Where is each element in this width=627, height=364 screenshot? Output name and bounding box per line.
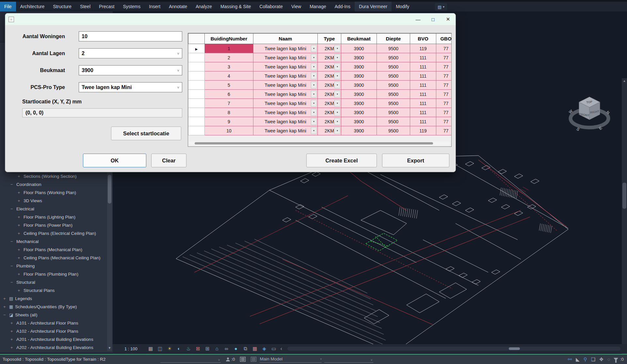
col-diepte[interactable]: Diepte bbox=[377, 34, 410, 44]
tree-expander-icon[interactable]: + bbox=[3, 304, 9, 309]
workset-dialog-icon[interactable] bbox=[251, 357, 256, 362]
cell-dropdown-icon[interactable]: ▾ bbox=[334, 63, 340, 70]
col-buidingnumber[interactable]: BuidingNumber bbox=[205, 34, 253, 44]
menu-tab[interactable]: Insert bbox=[145, 2, 165, 11]
row-selector-cell[interactable] bbox=[188, 99, 205, 108]
tree-expander-icon[interactable]: − bbox=[10, 280, 16, 285]
cell-gbo[interactable]: 77 bbox=[436, 44, 452, 53]
cell-beukmaat[interactable]: 3900 bbox=[341, 53, 377, 62]
cell-buildingnumber[interactable]: 5 bbox=[205, 81, 253, 90]
cell-diepte[interactable]: 9500 bbox=[377, 126, 410, 135]
cell-naam[interactable]: Twee lagen kap Mini▾ bbox=[253, 117, 318, 126]
cell-type[interactable]: 2KM▾ bbox=[318, 53, 341, 62]
menu-tab[interactable]: Precast bbox=[95, 2, 119, 11]
cell-naam[interactable]: Twee lagen kap Mini▾ bbox=[253, 108, 318, 117]
cell-naam[interactable]: Twee lagen kap Mini▾ bbox=[253, 90, 318, 99]
tree-expander-icon[interactable]: + bbox=[18, 247, 24, 252]
cell-dropdown-icon[interactable]: ▾ bbox=[311, 82, 317, 88]
tree-item[interactable]: + Ceiling Plans (Mechanical Ceiling Plan… bbox=[0, 254, 106, 262]
tree-expander-icon[interactable]: + bbox=[18, 231, 24, 236]
cell-bvo[interactable]: 111 bbox=[410, 53, 436, 62]
cell-diepte[interactable]: 9500 bbox=[377, 71, 410, 81]
select-startlocatie-button[interactable]: Select startlocatie bbox=[111, 127, 181, 140]
cell-dropdown-icon[interactable]: ▾ bbox=[311, 72, 317, 79]
menu-tab[interactable]: Steel bbox=[76, 2, 95, 11]
phase-combo[interactable]: ˅ bbox=[324, 356, 373, 363]
tree-item[interactable]: + A202 - Architectural Building Elevatio… bbox=[0, 343, 106, 352]
select-underlay-icon[interactable]: ◣ bbox=[576, 356, 580, 362]
cell-dropdown-icon[interactable]: ▾ bbox=[334, 118, 340, 125]
tree-item[interactable]: − Electrical bbox=[0, 205, 106, 213]
tree-expander-icon[interactable]: + bbox=[18, 288, 24, 293]
cell-bvo[interactable]: 111 bbox=[410, 99, 436, 108]
vertical-scroll-thumb[interactable] bbox=[622, 183, 626, 209]
row-selector-cell[interactable] bbox=[188, 126, 205, 135]
row-selector-cell[interactable] bbox=[188, 81, 205, 90]
cell-gbo[interactable]: 77 bbox=[436, 71, 452, 81]
tree-item[interactable]: + A101 - Architectural Floor Plans bbox=[0, 319, 106, 327]
tree-expander-icon[interactable]: − bbox=[10, 182, 16, 187]
row-selector-cell[interactable] bbox=[188, 62, 205, 71]
cell-dropdown-icon[interactable]: ▾ bbox=[311, 109, 317, 116]
cell-dropdown-icon[interactable]: ▾ bbox=[311, 91, 317, 98]
tree-item[interactable]: + ▤ Legends bbox=[0, 295, 106, 303]
tree-expander-icon[interactable]: + bbox=[18, 272, 24, 277]
cell-dropdown-icon[interactable]: ▾ bbox=[334, 127, 340, 134]
visual-style-icon[interactable]: ◫ bbox=[155, 346, 165, 352]
col-naam[interactable]: Naam bbox=[253, 34, 318, 44]
tree-item[interactable]: + ▦ Schedules/Quantities (By Type) bbox=[0, 303, 106, 311]
menu-tab[interactable]: Architecture bbox=[16, 2, 49, 11]
cell-naam[interactable]: Twee lagen kap Mini▾ bbox=[253, 126, 318, 135]
drag-elements-icon[interactable]: ✥ bbox=[599, 356, 603, 362]
viewport-vertical-scrollbar[interactable]: ▲ ▼ bbox=[622, 78, 627, 358]
create-excel-button[interactable]: Create Excel bbox=[306, 154, 377, 167]
cell-bvo[interactable]: 111 bbox=[410, 81, 436, 90]
row-selector-cell[interactable] bbox=[188, 53, 205, 62]
cell-diepte[interactable]: 9500 bbox=[377, 53, 410, 62]
worksets-icon[interactable] bbox=[240, 357, 246, 362]
editing-requests-icon[interactable] bbox=[225, 357, 231, 362]
cell-dropdown-icon[interactable]: ▾ bbox=[334, 45, 340, 52]
menu-tab[interactable]: Annotate bbox=[165, 2, 191, 11]
cell-bvo[interactable]: 111 bbox=[410, 71, 436, 81]
cell-dropdown-icon[interactable]: ▾ bbox=[311, 118, 317, 125]
pcs-pro-type-select[interactable]: Twee lagen kap Mini ˅ bbox=[79, 82, 182, 92]
tree-item[interactable]: − Structural bbox=[0, 278, 106, 286]
cell-buildingnumber[interactable]: 2 bbox=[205, 53, 253, 62]
cell-gbo[interactable]: 77 bbox=[436, 108, 452, 117]
cell-beukmaat[interactable]: 3900 bbox=[341, 117, 377, 126]
aantal-woningen-input[interactable] bbox=[79, 31, 182, 41]
tree-item[interactable]: + A102 - Architectural Floor Plans bbox=[0, 327, 106, 335]
menu-tab[interactable]: Systems bbox=[119, 2, 145, 11]
col-beukmaat[interactable]: Beukmaat bbox=[341, 34, 377, 44]
cell-gbo[interactable]: 77 bbox=[436, 53, 452, 62]
cell-buildingnumber[interactable]: 7 bbox=[205, 99, 253, 108]
tree-expander-icon[interactable]: + bbox=[10, 345, 16, 350]
viewbar-collapse-icon[interactable]: ‹ bbox=[281, 346, 282, 352]
cell-buildingnumber[interactable]: 3 bbox=[205, 62, 253, 71]
cell-bvo[interactable]: 119 bbox=[410, 126, 436, 135]
cell-gbo[interactable]: 77 bbox=[436, 81, 452, 90]
cell-type[interactable]: 2KM▾ bbox=[318, 108, 341, 117]
cell-dropdown-icon[interactable]: ▾ bbox=[334, 100, 340, 107]
tree-expander-icon[interactable]: + bbox=[3, 296, 9, 301]
menu-tab[interactable]: Collaborate bbox=[255, 2, 287, 11]
cell-buildingnumber[interactable]: 1 bbox=[205, 44, 253, 53]
cell-dropdown-icon[interactable]: ▾ bbox=[311, 54, 317, 61]
row-selector-cell[interactable]: ▶ bbox=[188, 44, 205, 53]
selection-filter-icon[interactable] bbox=[614, 358, 618, 361]
col-bvo[interactable]: BVO bbox=[410, 34, 436, 44]
cell-bvo[interactable]: 111 bbox=[410, 108, 436, 117]
cell-buildingnumber[interactable]: 6 bbox=[205, 90, 253, 99]
tree-item[interactable]: + Floor Plans (Mechanical Plan) bbox=[0, 246, 106, 254]
tree-item[interactable]: + Structural Plans bbox=[0, 286, 106, 295]
cell-naam[interactable]: Twee lagen kap Mini▾ bbox=[253, 81, 318, 90]
grid-horizontal-scrollbar[interactable] bbox=[189, 142, 450, 145]
select-elements-by-face-icon[interactable]: ❏ bbox=[591, 356, 595, 362]
tree-expander-icon[interactable]: + bbox=[10, 321, 16, 326]
rendering-icon[interactable]: ♨ bbox=[184, 346, 193, 352]
close-button[interactable]: ✕ bbox=[441, 13, 456, 25]
tree-item[interactable]: − ◪ Sheets (all) bbox=[0, 311, 106, 319]
tree-item[interactable]: + 3D Views bbox=[0, 197, 106, 205]
temporary-view-properties-icon[interactable]: ⧉ bbox=[241, 346, 250, 352]
